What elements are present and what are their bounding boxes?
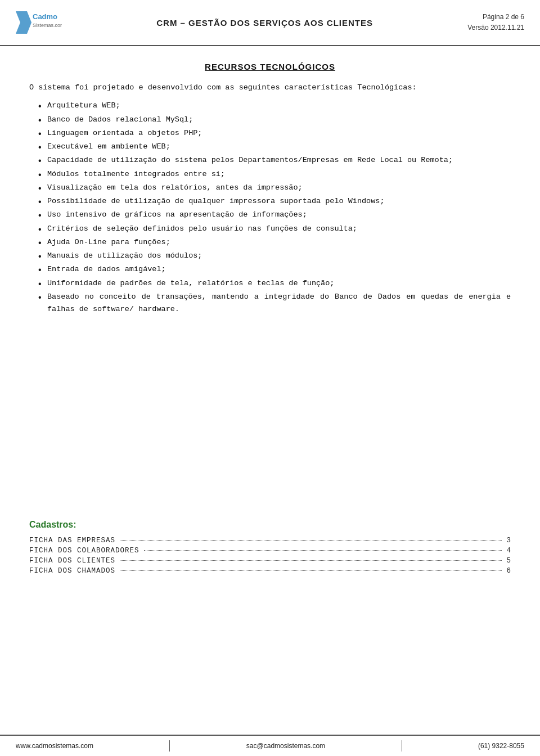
toc-row: FICHA DOS CHAMADOS 6 bbox=[29, 567, 511, 575]
toc-label: FICHA DOS COLABORADORES bbox=[29, 547, 140, 555]
toc-dots bbox=[120, 560, 502, 561]
toc-dots bbox=[144, 550, 502, 551]
list-item: Manuais de utilização dos módulos; bbox=[35, 250, 511, 262]
toc-table: FICHA DAS EMPRESAS 3 FICHA DOS COLABORAD… bbox=[29, 537, 511, 575]
logo-area: Cadmo Sistemas.com bbox=[11, 7, 62, 38]
bullet-list: Arquitetura WEB; Banco de Dados relacion… bbox=[35, 100, 511, 316]
cadastros-title: Cadastros: bbox=[29, 520, 511, 530]
list-item: Uniformidade de padrões de tela, relatór… bbox=[35, 277, 511, 290]
svg-marker-0 bbox=[16, 11, 32, 34]
list-item: Entrada de dados amigável; bbox=[35, 263, 511, 276]
page-info: Página 2 de 6 Versão 2012.11.21 bbox=[467, 12, 524, 33]
list-item: Módulos totalmente integrados entre si; bbox=[35, 168, 511, 181]
toc-page: 3 bbox=[506, 537, 511, 544]
svg-text:Sistemas.com: Sistemas.com bbox=[33, 22, 62, 28]
toc-row: FICHA DOS CLIENTES 5 bbox=[29, 557, 511, 565]
section-title: RECURSOS TECNOLÓGICOS bbox=[29, 62, 511, 71]
footer-phone: (61) 9322-8055 bbox=[478, 742, 524, 750]
page-number: Página 2 de 6 bbox=[467, 12, 524, 22]
list-item: Linguagem orientada a objetos PHP; bbox=[35, 127, 511, 140]
intro-paragraph: O sistema foi projetado e desenvolvido c… bbox=[29, 82, 511, 94]
toc-row: FICHA DAS EMPRESAS 3 bbox=[29, 537, 511, 544]
list-item: Baseado no conceito de transações, mante… bbox=[35, 291, 511, 316]
list-item: Capacidade de utilização do sistema pelo… bbox=[35, 154, 511, 166]
version: Versão 2012.11.21 bbox=[467, 22, 524, 33]
toc-page: 6 bbox=[506, 567, 511, 575]
list-item: Banco de Dados relacional MySql; bbox=[35, 114, 511, 126]
logo: Cadmo Sistemas.com bbox=[11, 7, 62, 38]
list-item: Executável em ambiente WEB; bbox=[35, 141, 511, 153]
header-title: CRM – GESTÃO DOS SERVIÇOS AOS CLIENTES bbox=[156, 18, 373, 28]
footer-divider bbox=[402, 740, 402, 752]
footer-divider bbox=[169, 740, 170, 752]
page-footer: www.cadmosistemas.com sac@cadmosistemas.… bbox=[0, 735, 540, 756]
list-item: Critérios de seleção definidos pelo usuá… bbox=[35, 223, 511, 235]
toc-page: 4 bbox=[506, 547, 511, 555]
list-item: Arquitetura WEB; bbox=[35, 100, 511, 112]
list-item: Ajuda On-Line para funções; bbox=[35, 236, 511, 249]
list-item: Possibilidade de utilização de qualquer … bbox=[35, 195, 511, 208]
toc-row: FICHA DOS COLABORADORES 4 bbox=[29, 547, 511, 555]
toc-dots bbox=[120, 540, 502, 541]
page-header: Cadmo Sistemas.com CRM – GESTÃO DOS SERV… bbox=[0, 0, 540, 46]
footer-email: sac@cadmosistemas.com bbox=[246, 742, 325, 750]
toc-label: FICHA DOS CLIENTES bbox=[29, 557, 115, 565]
main-content: RECURSOS TECNOLÓGICOS O sistema foi proj… bbox=[0, 46, 540, 486]
list-item: Uso intensivo de gráficos na apresentaçã… bbox=[35, 209, 511, 221]
cadastros-section: Cadastros: FICHA DAS EMPRESAS 3 FICHA DO… bbox=[0, 520, 540, 577]
toc-label: FICHA DOS CHAMADOS bbox=[29, 567, 115, 575]
toc-dots bbox=[120, 570, 502, 571]
toc-page: 5 bbox=[506, 557, 511, 565]
toc-label: FICHA DAS EMPRESAS bbox=[29, 537, 115, 544]
list-item: Visualização em tela dos relatórios, ant… bbox=[35, 182, 511, 194]
footer-website: www.cadmosistemas.com bbox=[16, 742, 93, 750]
svg-text:Cadmo: Cadmo bbox=[33, 12, 57, 21]
